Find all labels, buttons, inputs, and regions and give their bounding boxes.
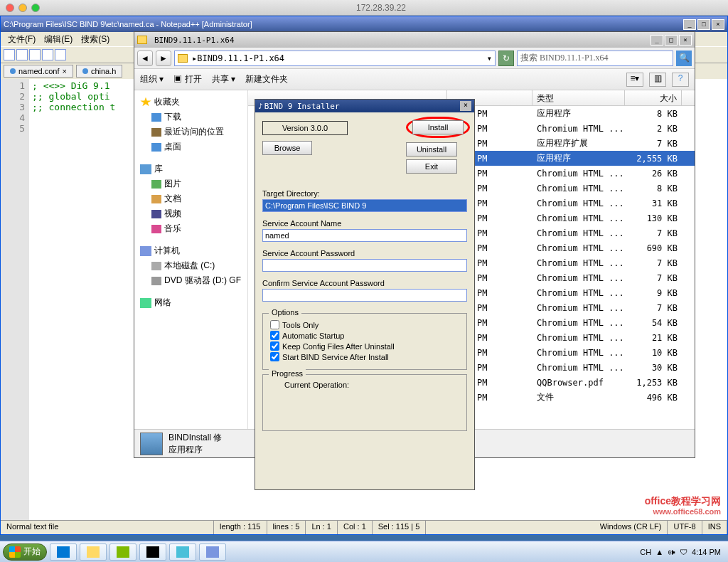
save-icon[interactable] — [29, 49, 41, 60]
header-size[interactable]: 大小 — [625, 90, 682, 105]
app-icon — [176, 546, 189, 558]
new-folder-button[interactable]: 新建文件夹 — [245, 73, 288, 85]
nav-videos[interactable]: 视频 — [139, 206, 243, 221]
file-row[interactable]: 2:54 PMChromium HTML ...31 KB — [447, 196, 695, 211]
file-row[interactable]: 2:54 PM应用程序扩展7 KB — [447, 136, 695, 151]
task-installer[interactable] — [199, 544, 226, 561]
preview-pane-button[interactable]: ▥ — [649, 73, 666, 87]
nav-downloads[interactable]: 下载 — [139, 110, 243, 124]
search-input[interactable]: 搜索 BIND9.11.1-P1.x64 — [517, 51, 673, 66]
file-row[interactable]: 7 AM — [447, 405, 695, 420]
start-button[interactable]: 开始 — [3, 544, 47, 561]
file-row[interactable]: 2:54 PMChromium HTML ...7 KB — [447, 300, 695, 315]
task-cmd[interactable] — [139, 544, 166, 561]
tab-named-conf[interactable]: named.conf× — [4, 65, 73, 78]
installer-titlebar[interactable]: ♪ BIND 9 Installer × — [255, 100, 474, 112]
file-row[interactable]: 2:54 PMChromium HTML ...26 KB — [447, 166, 695, 181]
file-row[interactable]: 2:54 PMQQBrowser.pdf1,253 KB — [447, 375, 695, 390]
file-row[interactable]: 2:54 PMChromium HTML ...9 KB — [447, 285, 695, 300]
network-group[interactable]: 网络 — [139, 295, 243, 310]
file-row[interactable]: 2:54 PM应用程序8 KB — [447, 106, 695, 121]
tools-only-checkbox[interactable] — [270, 320, 279, 329]
keep-config-checkbox[interactable] — [270, 341, 279, 351]
task-app[interactable] — [169, 544, 196, 561]
language-indicator[interactable]: CH — [640, 548, 651, 556]
explorer-titlebar[interactable]: BIND9.11.1-P1.x64 _ □ × — [134, 32, 695, 48]
menu-file[interactable]: 文件(F) — [5, 33, 38, 45]
saveall-icon[interactable] — [42, 49, 53, 60]
maximize-button[interactable]: □ — [665, 35, 678, 46]
view-options-button[interactable]: ≡▾ — [626, 73, 643, 87]
file-row[interactable]: 2:54 PMChromium HTML ...8 KB — [447, 181, 695, 196]
tray-icon[interactable]: 🛡 — [680, 548, 687, 556]
nav-disk-c[interactable]: 本地磁盘 (C:) — [139, 258, 243, 273]
favorites-group[interactable]: 收藏夹 — [139, 95, 243, 110]
target-dir-input[interactable] — [262, 199, 467, 212]
clock[interactable]: 4:14 PM — [692, 548, 721, 556]
minimize-button[interactable]: _ — [651, 35, 663, 46]
tab-china-h[interactable]: china.h — [76, 65, 122, 78]
npp-titlebar[interactable]: C:\Program Files\ISC BIND 9\etc\named.ca… — [1, 16, 727, 32]
address-bar[interactable]: ▸ BIND9.11.1-P1.x64 ▾ — [174, 51, 496, 66]
file-row[interactable]: 2:54 PMChromium HTML ...30 KB — [447, 360, 695, 375]
help-button[interactable]: ? — [672, 73, 689, 87]
close-button[interactable]: × — [712, 19, 724, 30]
tray-icon[interactable]: 🕪 — [668, 548, 675, 556]
file-row[interactable]: 2:54 PMChromium HTML ...10 KB — [447, 345, 695, 360]
forward-button[interactable]: ► — [156, 51, 171, 66]
install-button[interactable]: Install — [412, 120, 464, 134]
task-explorer[interactable] — [80, 544, 107, 561]
tray-icon[interactable]: ▲ — [655, 548, 663, 556]
browse-button[interactable]: Browse — [262, 141, 312, 155]
file-row[interactable]: 2:54 PMChromium HTML ...7 KB — [447, 270, 695, 285]
progress-legend: Progress — [269, 369, 306, 378]
computer-group[interactable]: 计算机 — [139, 243, 243, 258]
close-icon[interactable] — [6, 4, 14, 12]
svc-pass-input[interactable] — [262, 259, 467, 272]
auto-startup-checkbox[interactable] — [270, 331, 279, 340]
header-type[interactable]: 类型 — [532, 90, 625, 105]
file-row[interactable]: 2:54 PMChromium HTML ...21 KB — [447, 330, 695, 345]
uninstall-button[interactable]: Uninstall — [406, 142, 457, 157]
minimize-icon[interactable] — [18, 4, 27, 12]
task-notepadpp[interactable] — [109, 544, 136, 561]
zoom-icon[interactable] — [31, 4, 40, 12]
start-service-checkbox[interactable] — [270, 352, 279, 361]
close-button[interactable]: × — [679, 35, 692, 46]
file-row[interactable]: 2:54 PMChromium HTML ...54 KB — [447, 315, 695, 330]
refresh-button[interactable]: ↻ — [498, 51, 514, 66]
menu-edit[interactable]: 编辑(E) — [41, 33, 75, 45]
status-lines: lines : 5 — [267, 521, 306, 534]
tab-close-icon[interactable]: × — [62, 67, 66, 75]
task-powershell[interactable] — [50, 544, 77, 561]
nav-music[interactable]: 音乐 — [139, 221, 243, 236]
print-icon[interactable] — [55, 49, 66, 60]
file-row[interactable]: 2:54 PMChromium HTML ...2 KB — [447, 121, 695, 136]
file-row[interactable]: 2:54 PM应用程序2,555 KB — [447, 151, 695, 166]
svc-name-input[interactable] — [262, 229, 467, 242]
libraries-group[interactable]: 库 — [139, 161, 243, 176]
new-icon[interactable] — [4, 49, 15, 60]
open-button[interactable]: ▣ 打开 — [173, 73, 201, 85]
search-button[interactable]: 🔍 — [676, 51, 692, 66]
share-menu[interactable]: 共享 ▾ — [212, 73, 235, 85]
close-button[interactable]: × — [460, 101, 471, 111]
back-button[interactable]: ◄ — [137, 51, 153, 66]
exit-button[interactable]: Exit — [406, 159, 457, 174]
file-row[interactable]: 2:54 PMChromium HTML ...690 KB — [447, 240, 695, 255]
nav-documents[interactable]: 文档 — [139, 191, 243, 206]
nav-pictures[interactable]: 图片 — [139, 176, 243, 191]
file-row[interactable]: 2:54 PM文件496 KB — [447, 390, 695, 405]
file-row[interactable]: 2:54 PMChromium HTML ...7 KB — [447, 255, 695, 270]
organize-menu[interactable]: 组织 ▾ — [140, 73, 164, 85]
nav-desktop[interactable]: 桌面 — [139, 139, 243, 154]
open-icon[interactable] — [16, 49, 28, 60]
nav-dvd[interactable]: DVD 驱动器 (D:) GF — [139, 273, 243, 288]
minimize-button[interactable]: _ — [683, 19, 696, 30]
file-row[interactable]: 2:54 PMChromium HTML ...130 KB — [447, 211, 695, 226]
nav-recent[interactable]: 最近访问的位置 — [139, 124, 243, 139]
maximize-button[interactable]: □ — [697, 19, 710, 30]
svc-pass2-input[interactable] — [262, 289, 467, 302]
file-row[interactable]: 2:54 PMChromium HTML ...7 KB — [447, 226, 695, 240]
menu-search[interactable]: 搜索(S) — [78, 33, 112, 45]
